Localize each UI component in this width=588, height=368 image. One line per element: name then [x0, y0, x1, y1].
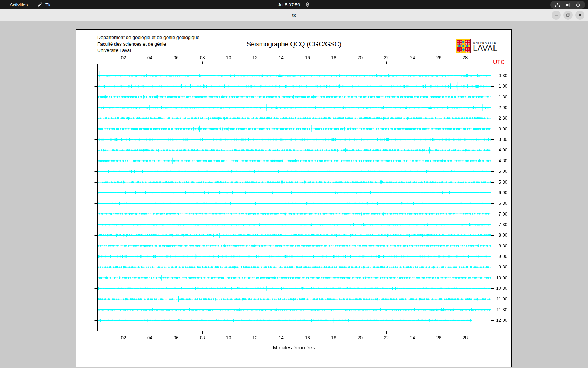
- gnome-top-bar: Activities Tk Jul 5 07:59: [0, 0, 588, 9]
- utc-time-label: 7:00: [494, 211, 507, 217]
- volume-icon: [565, 2, 571, 7]
- x-tick-top: 10: [222, 55, 236, 60]
- utc-time-label: 8:30: [494, 243, 507, 248]
- minimize-button[interactable]: [552, 11, 561, 20]
- utc-time-label: 9:30: [494, 264, 507, 270]
- app-menu-tk[interactable]: Tk: [38, 0, 50, 9]
- x-tick-top: 26: [432, 55, 446, 60]
- x-tick-bottom: 16: [301, 335, 315, 340]
- utc-time-label: 6:30: [494, 200, 507, 206]
- x-tick-top: 06: [169, 55, 183, 60]
- utc-time-label: 4:30: [494, 158, 507, 163]
- x-tick-bottom: 18: [327, 335, 341, 340]
- helicorder-plot: 0202040406060808101012121414161618182020…: [76, 30, 512, 367]
- utc-time-label: 11:30: [494, 307, 507, 312]
- x-axis-title: Minutes écoulées: [76, 345, 512, 351]
- power-icon: [575, 2, 581, 7]
- tk-feather-icon: [38, 2, 43, 7]
- utc-time-label: 5:00: [494, 169, 507, 174]
- utc-time-label: 0:30: [494, 73, 507, 78]
- seismogram-canvas: [76, 30, 512, 367]
- x-tick-top: 08: [195, 55, 209, 60]
- utc-time-label: 2:30: [494, 115, 507, 121]
- x-tick-bottom: 24: [406, 335, 420, 340]
- utc-axis-label: UTC: [493, 59, 505, 66]
- x-tick-top: 18: [327, 55, 341, 60]
- utc-time-label: 10:30: [494, 286, 507, 291]
- x-tick-top: 02: [117, 55, 131, 60]
- x-tick-top: 20: [353, 55, 367, 60]
- utc-time-label: 1:30: [494, 94, 507, 100]
- x-tick-bottom: 06: [169, 335, 183, 340]
- x-tick-bottom: 28: [458, 335, 472, 340]
- x-tick-bottom: 22: [379, 335, 393, 340]
- x-tick-top: 16: [301, 55, 315, 60]
- system-tray[interactable]: [550, 1, 585, 9]
- utc-time-label: 7:30: [494, 222, 507, 227]
- x-tick-top: 22: [379, 55, 393, 60]
- seismograph-panel: Département de géologie et de génie géol…: [76, 29, 512, 367]
- utc-time-label: 5:30: [494, 179, 507, 185]
- x-tick-bottom: 04: [143, 335, 157, 340]
- x-tick-bottom: 26: [432, 335, 446, 340]
- utc-time-label: 12:00: [494, 318, 507, 323]
- activities-button[interactable]: Activities: [6, 0, 32, 9]
- clock[interactable]: Jul 5 07:59: [278, 2, 300, 7]
- window-titlebar[interactable]: tk: [0, 9, 588, 21]
- network-icon: [555, 2, 560, 7]
- utc-time-label: 10:00: [494, 275, 507, 280]
- x-tick-bottom: 20: [353, 335, 367, 340]
- utc-time-label: 6:00: [494, 190, 507, 195]
- window-title: tk: [0, 9, 588, 21]
- x-tick-top: 04: [143, 55, 157, 60]
- utc-time-label: 8:00: [494, 232, 507, 238]
- maximize-button[interactable]: [564, 11, 573, 20]
- utc-time-label: 3:00: [494, 126, 507, 131]
- tk-window-content: Département de géologie et de génie géol…: [0, 21, 588, 368]
- app-menu-label: Tk: [46, 0, 50, 9]
- x-tick-bottom: 08: [195, 335, 209, 340]
- utc-time-label: 3:30: [494, 137, 507, 142]
- x-tick-bottom: 14: [274, 335, 288, 340]
- utc-time-label: 11:00: [494, 296, 507, 301]
- x-tick-top: 24: [406, 55, 420, 60]
- x-tick-top: 12: [248, 55, 262, 60]
- utc-time-label: 4:00: [494, 147, 507, 152]
- bell-muted-icon: [305, 2, 310, 7]
- x-tick-top: 28: [458, 55, 472, 60]
- utc-time-label: 2:00: [494, 105, 507, 110]
- x-tick-bottom: 12: [248, 335, 262, 340]
- utc-time-label: 1:00: [494, 83, 507, 89]
- x-tick-bottom: 02: [117, 335, 131, 340]
- x-tick-bottom: 10: [222, 335, 236, 340]
- utc-time-label: 9:00: [494, 254, 507, 259]
- close-button[interactable]: [575, 11, 584, 20]
- x-tick-top: 14: [274, 55, 288, 60]
